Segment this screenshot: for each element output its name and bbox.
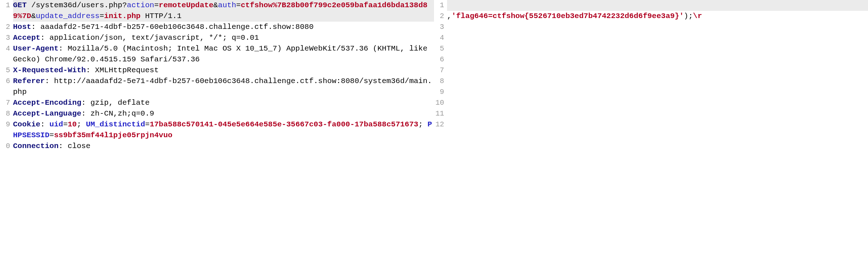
request-segment: /system36d/users.php? xyxy=(27,1,127,9)
request-line-number: 4 xyxy=(0,43,10,54)
request-line-number: 6 xyxy=(0,76,10,87)
request-segment: 10 xyxy=(68,120,77,129)
response-line-number: 1 xyxy=(434,0,444,11)
request-segment: ; xyxy=(77,120,86,129)
request-segment: HTTP/1.1 xyxy=(141,12,181,20)
response-segment: 'flag646=ctfshow{5526710eb3ed7b4742232d6… xyxy=(452,12,684,20)
request-line-number: 2 xyxy=(0,22,10,32)
request-segment: & xyxy=(214,1,218,9)
request-segment: : application/json, text/javascript, */*… xyxy=(40,34,259,42)
request-segment: UM_distinctid xyxy=(86,120,145,129)
request-segment: = xyxy=(50,131,54,139)
split-view: 1 234 56 789 0 GET /system36d/users.php?… xyxy=(0,0,868,260)
request-line-number-pad xyxy=(0,11,10,22)
response-code[interactable]: ,'flag646=ctfshow{5526710eb3ed7b4742232d… xyxy=(446,0,868,260)
request-segment: : http://aaadafd2-5e71-4dbf-b257-60eb106… xyxy=(13,77,432,96)
response-line-number: 8 xyxy=(434,76,444,87)
request-segment: Accept xyxy=(13,34,40,42)
request-line[interactable]: Referer: http://aaadafd2-5e71-4dbf-b257-… xyxy=(13,77,432,96)
request-line[interactable]: Accept-Language: zh-CN,zh;q=0.9 xyxy=(13,109,154,118)
request-segment: action xyxy=(127,1,154,9)
request-line-number: 3 xyxy=(0,32,10,43)
request-segment: = xyxy=(236,1,241,9)
request-line-number: 0 xyxy=(0,141,10,152)
request-pane[interactable]: 1 234 56 789 0 GET /system36d/users.php?… xyxy=(0,0,434,260)
request-segment: ; xyxy=(418,120,427,129)
request-segment: = xyxy=(63,120,68,129)
request-segment: : Mozilla/5.0 (Macintosh; Intel Mac OS X… xyxy=(13,44,432,64)
response-line-number: 12 xyxy=(434,119,444,130)
request-line-number: 9 xyxy=(0,119,10,130)
request-code[interactable]: GET /system36d/users.php?action=remoteUp… xyxy=(12,0,434,260)
response-line-number: 7 xyxy=(434,65,444,76)
request-line[interactable]: Cookie: uid=10; UM_distinctid=17ba588c57… xyxy=(13,120,432,139)
response-line[interactable] xyxy=(447,0,868,11)
request-segment: Cookie xyxy=(13,120,40,129)
request-segment: : XMLHttpRequest xyxy=(86,66,159,74)
request-line-number-pad xyxy=(0,87,10,98)
request-segment: = xyxy=(154,1,159,9)
response-line-number: 11 xyxy=(434,108,444,119)
request-segment: : zh-CN,zh;q=0.9 xyxy=(81,109,154,118)
request-segment: : xyxy=(40,120,50,129)
response-segment: \r xyxy=(693,12,702,20)
response-gutter: 123456789101112 xyxy=(434,0,446,260)
request-line[interactable]: Host: aaadafd2-5e71-4dbf-b257-60eb106c36… xyxy=(13,23,314,31)
response-line[interactable]: ,'flag646=ctfshow{5526710eb3ed7b4742232d… xyxy=(447,12,702,20)
request-line[interactable]: X-Requested-With: XMLHttpRequest xyxy=(13,66,159,74)
request-line-number: 7 xyxy=(0,98,10,108)
request-segment: ss9bf35mf44l1pje05rpjn4vuo xyxy=(54,131,172,139)
request-line[interactable]: Accept: application/json, text/javascrip… xyxy=(13,34,259,42)
request-line-number: 5 xyxy=(0,65,10,76)
request-segment: remoteUpdate xyxy=(159,1,213,9)
response-line-number: 3 xyxy=(434,22,444,32)
response-line-number: 4 xyxy=(434,32,444,43)
request-line-number-pad xyxy=(0,130,10,141)
request-segment: uid xyxy=(50,120,63,129)
response-line-number: 6 xyxy=(434,54,444,65)
request-line-number: 1 xyxy=(0,0,10,11)
request-line-number: 8 xyxy=(0,108,10,119)
request-segment: 17ba588c570141-045e5e664e585e-35667c03-f… xyxy=(150,120,418,129)
request-segment: X-Requested-With xyxy=(13,66,86,74)
request-segment: auth xyxy=(218,1,236,9)
response-segment: , xyxy=(447,12,452,20)
request-segment: Connection xyxy=(13,142,59,150)
response-pane[interactable]: 123456789101112 ,'flag646=ctfshow{552671… xyxy=(434,0,868,260)
request-segment: = xyxy=(145,120,150,129)
response-line-number: 10 xyxy=(434,98,444,108)
request-segment: update_address xyxy=(36,12,99,20)
request-line-number-pad xyxy=(0,54,10,65)
request-segment: Host xyxy=(13,23,31,31)
request-segment: & xyxy=(31,12,36,20)
response-line-number: 2 xyxy=(434,11,444,22)
request-segment: Accept-Language xyxy=(13,109,81,118)
request-segment: : aaadafd2-5e71-4dbf-b257-60eb106c3648.c… xyxy=(31,23,313,31)
request-segment: Accept-Encoding xyxy=(13,99,81,107)
response-segment: ); xyxy=(684,12,693,20)
request-segment: User-Agent xyxy=(13,44,59,53)
request-line[interactable]: GET /system36d/users.php?action=remoteUp… xyxy=(13,0,434,22)
request-segment: : close xyxy=(59,142,90,150)
request-line[interactable]: User-Agent: Mozilla/5.0 (Macintosh; Inte… xyxy=(13,44,432,64)
response-line-number: 9 xyxy=(434,87,444,98)
request-gutter: 1 234 56 789 0 xyxy=(0,0,12,260)
request-segment: Referer xyxy=(13,77,45,85)
request-segment: = xyxy=(99,12,104,20)
response-line-number: 5 xyxy=(434,43,444,54)
request-segment: : gzip, deflate xyxy=(81,99,150,107)
request-segment: GET xyxy=(13,1,27,9)
request-line[interactable]: Connection: close xyxy=(13,142,90,150)
response-segment xyxy=(447,1,452,9)
request-segment: init.php xyxy=(104,12,141,20)
request-line[interactable]: Accept-Encoding: gzip, deflate xyxy=(13,99,150,107)
